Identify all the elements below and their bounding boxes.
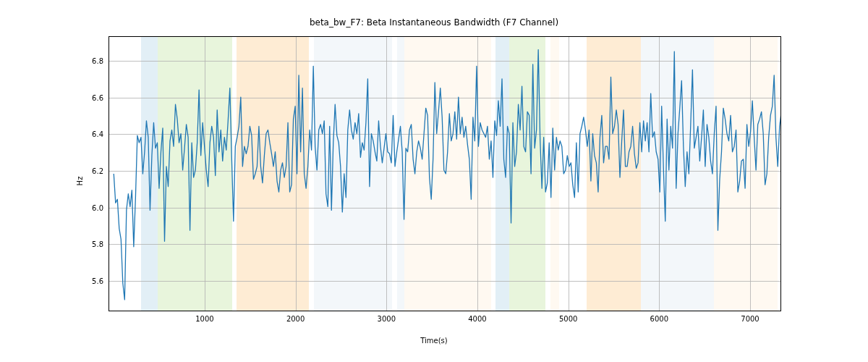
y-axis-label: Hz	[76, 177, 84, 186]
xtick-label: 6000	[650, 311, 668, 323]
ytick-label: 5.8	[92, 240, 109, 248]
ytick-label: 6.0	[92, 203, 109, 211]
chart-title: beta_bw_F7: Beta Instantaneous Bandwidth…	[0, 17, 868, 28]
series-line	[114, 50, 780, 300]
ytick-label: 6.4	[92, 130, 109, 138]
xtick-label: 3000	[378, 311, 396, 323]
xtick-label: 4000	[468, 311, 486, 323]
ytick-label: 5.6	[92, 277, 109, 285]
xtick-label: 1000	[195, 311, 213, 323]
line-series	[109, 37, 780, 311]
plot-area	[109, 37, 780, 311]
x-axis-label: Time(s)	[0, 337, 868, 345]
ytick-label: 6.2	[92, 167, 109, 174]
xtick-label: 5000	[559, 311, 577, 323]
chart-figure: beta_bw_F7: Beta Instantaneous Bandwidth…	[0, 0, 868, 362]
xtick-label: 2000	[286, 311, 305, 323]
ytick-label: 6.6	[92, 93, 109, 101]
chart-axes: 1000200030004000500060007000 5.65.86.06.…	[109, 36, 781, 311]
ytick-label: 6.8	[92, 56, 109, 64]
xtick-label: 7000	[741, 311, 759, 323]
